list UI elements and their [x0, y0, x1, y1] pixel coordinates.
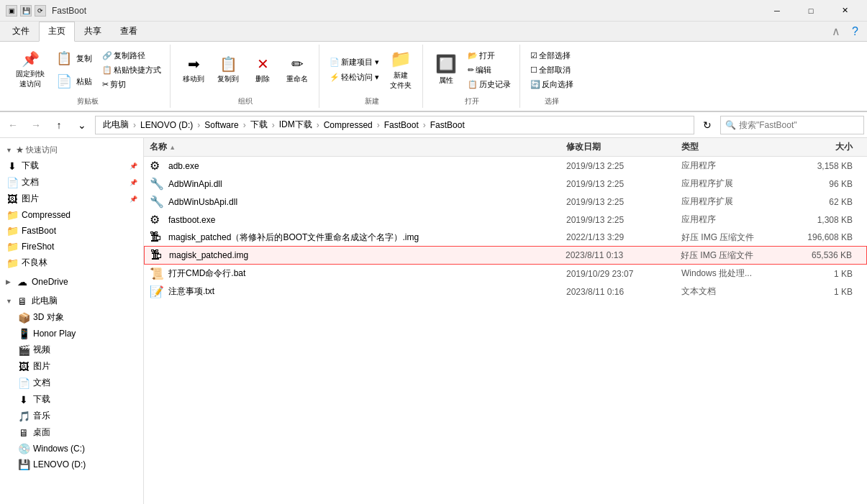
- path-compressed[interactable]: Compressed: [322, 120, 374, 130]
- rename-button[interactable]: ✏ 重命名: [281, 52, 313, 87]
- col-name[interactable]: 名称 ▲: [150, 141, 566, 153]
- copy-to-button[interactable]: 📋 复制到: [212, 52, 244, 87]
- file-row-selected[interactable]: 🗜 magisk_patched.img 2023/8/11 0:13 好压 I…: [144, 246, 867, 265]
- sidebar-quick-access-header[interactable]: ▼ ★ 快速访问: [0, 142, 143, 157]
- sidebar-item-honorplay[interactable]: 📱 Honor Play: [0, 326, 143, 342]
- sidebar-item-fastboot[interactable]: 📁 FastBoot: [0, 223, 143, 239]
- file-row[interactable]: ⚙ fastboot.exe 2019/9/13 2:25 应用程序 1,308…: [144, 211, 867, 229]
- sidebar-item-video[interactable]: 🎬 视频: [0, 342, 143, 358]
- sidebar-item-lenovo-d[interactable]: 💾 LENOVO (D:): [0, 457, 143, 472]
- sidebar-item-pic[interactable]: 🖼 图片: [0, 358, 143, 375]
- sidebar-item-docs[interactable]: 📄 文档: [0, 375, 143, 391]
- file-type-adb: 应用程序: [681, 160, 789, 172]
- sidebar-item-desktop[interactable]: 🖥 桌面: [0, 424, 143, 441]
- invert-select-button[interactable]: 🔄反向选择: [527, 78, 576, 91]
- file-row[interactable]: 🔧 AdbWinUsbApi.dll 2019/9/13 2:25 应用程序扩展…: [144, 193, 867, 211]
- search-box[interactable]: 🔍: [720, 116, 864, 134]
- sidebar-item-documents[interactable]: 📄 文档 📌: [0, 174, 143, 191]
- minimize-button[interactable]: ─: [761, 0, 794, 22]
- copy-icon: 📋: [56, 50, 72, 66]
- sidebar-item-pictures[interactable]: 🖼 图片 📌: [0, 191, 143, 207]
- tab-file[interactable]: 文件: [3, 22, 39, 41]
- clipboard-buttons: 📌 固定到快速访问 📋 复制 📄 粘贴 🔗复制路径 📋粘贴快捷方式: [12, 46, 164, 93]
- properties-button[interactable]: 🔲 属性: [430, 51, 462, 88]
- file-size-txt: 1 KB: [789, 287, 861, 297]
- delete-button[interactable]: ✕ 删除: [247, 52, 278, 87]
- recent-locations-button[interactable]: ⌄: [72, 115, 92, 135]
- sidebar-item-buliang[interactable]: 📁 不良林: [0, 255, 143, 271]
- forward-button[interactable]: →: [26, 115, 46, 135]
- tab-view[interactable]: 查看: [111, 22, 147, 41]
- path-lenovo[interactable]: LENOVO (D:): [139, 120, 194, 130]
- up-button[interactable]: ↑: [49, 115, 69, 135]
- path-fastboot1[interactable]: FastBoot: [383, 120, 420, 130]
- sidebar-item-fireshot[interactable]: 📁 FireShot: [0, 239, 143, 255]
- refresh-button[interactable]: ↻: [697, 115, 717, 135]
- open-label: 打开: [465, 93, 479, 106]
- file-row[interactable]: ⚙ adb.exe 2019/9/13 2:25 应用程序 3,158 KB: [144, 157, 867, 175]
- col-size[interactable]: 大小: [789, 141, 861, 153]
- ribbon-group-new: 📄新建项目 ▾ ⚡轻松访问 ▾ 📁 新建文件夹 新建: [321, 45, 423, 108]
- paste-button[interactable]: 📄 粘贴: [52, 70, 96, 92]
- history-button[interactable]: 📋历史记录: [465, 78, 514, 91]
- sidebar-item-3d[interactable]: 📦 3D 对象: [0, 309, 143, 326]
- open-button[interactable]: 📂打开: [465, 49, 514, 63]
- clipboard-small-btns: 🔗复制路径 📋粘贴快捷方式 ✂剪切: [99, 49, 164, 91]
- search-input[interactable]: [739, 120, 859, 130]
- new-label: 新建: [365, 93, 379, 106]
- file-date-magisk-long: 2022/1/13 3:29: [566, 232, 681, 242]
- tab-share[interactable]: 共享: [75, 22, 111, 41]
- file-name-fastboot: fastboot.exe: [168, 215, 566, 225]
- close-button[interactable]: ✕: [828, 0, 861, 22]
- 3d-icon: 📦: [17, 312, 30, 324]
- col-date[interactable]: 修改日期: [566, 141, 681, 153]
- maximize-button[interactable]: □: [794, 0, 827, 22]
- path-pc[interactable]: 此电脑: [101, 119, 130, 131]
- file-header: 名称 ▲ 修改日期 类型 大小: [144, 138, 867, 157]
- sidebar-item-compressed[interactable]: 📁 Compressed: [0, 207, 143, 223]
- sidebar-item-download[interactable]: ⬇ 下载 📌: [0, 157, 143, 174]
- ribbon-content: 📌 固定到快速访问 📋 复制 📄 粘贴 🔗复制路径 📋粘贴快捷方式: [0, 42, 867, 111]
- file-row[interactable]: 🗜 magisk_patched（将修补后的BOOT文件重命名成这个名字）.im…: [144, 229, 867, 246]
- copy-button[interactable]: 📋 复制: [52, 47, 96, 69]
- deselect-all-icon: ☐: [530, 65, 537, 75]
- back-button[interactable]: ←: [3, 115, 23, 135]
- path-software[interactable]: Software: [203, 120, 240, 130]
- edit-button[interactable]: ✏编辑: [465, 63, 514, 77]
- title-bar: ▣ 💾 ⟳ FastBoot ─ □ ✕: [0, 0, 867, 22]
- path-fastboot2[interactable]: FastBoot: [429, 120, 466, 130]
- address-path[interactable]: 此电脑 › LENOVO (D:) › Software › 下载 › IDM下…: [95, 116, 694, 134]
- col-type[interactable]: 类型: [681, 141, 789, 153]
- sidebar-item-dl[interactable]: ⬇ 下载: [0, 391, 143, 408]
- pin-button[interactable]: 📌 固定到快速访问: [12, 47, 49, 92]
- sidebar-item-onedrive[interactable]: ▶ ☁ OneDrive: [0, 274, 143, 290]
- sidebar-item-thispc-header[interactable]: ▼ 🖥 此电脑: [0, 293, 143, 309]
- select-buttons: ☑全部选择 ☐全部取消 🔄反向选择: [527, 49, 576, 91]
- deselect-all-button[interactable]: ☐全部取消: [527, 63, 576, 77]
- new-item-button[interactable]: 📄新建项目 ▾: [327, 55, 382, 69]
- file-date-txt: 2023/8/11 0:16: [566, 287, 681, 297]
- file-row[interactable]: 📜 打开CMD命令行.bat 2019/10/29 23:07 Windows …: [144, 265, 867, 283]
- file-row[interactable]: 🔧 AdbWinApi.dll 2019/9/13 2:25 应用程序扩展 96…: [144, 175, 867, 193]
- sidebar-item-windows-c[interactable]: 💿 Windows (C:): [0, 441, 143, 457]
- paste-shortcut-button[interactable]: 📋粘贴快捷方式: [99, 63, 164, 77]
- copy-path-button[interactable]: 🔗复制路径: [99, 49, 164, 63]
- file-area: 名称 ▲ 修改日期 类型 大小 ⚙ adb.exe 2019/9/13 2:25…: [144, 138, 867, 504]
- file-date-adbwinusb: 2019/9/13 2:25: [566, 197, 681, 207]
- file-row[interactable]: 📝 注意事项.txt 2023/8/11 0:16 文本文档 1 KB: [144, 283, 867, 301]
- move-to-button[interactable]: ➡ 移动到: [178, 52, 209, 87]
- download-icon: ⬇: [6, 160, 19, 172]
- easy-access-button[interactable]: ⚡轻松访问 ▾: [327, 70, 382, 84]
- select-all-button[interactable]: ☑全部选择: [527, 49, 576, 63]
- file-type-magisk: 好压 IMG 压缩文件: [681, 249, 789, 262]
- tab-home[interactable]: 主页: [39, 22, 75, 42]
- path-download[interactable]: 下载: [249, 119, 269, 131]
- help-button[interactable]: ?: [846, 22, 864, 41]
- cut-button[interactable]: ✂剪切: [99, 78, 164, 91]
- file-name-adb: adb.exe: [168, 161, 566, 171]
- sidebar-item-music[interactable]: 🎵 音乐: [0, 408, 143, 424]
- new-folder-button[interactable]: 📁 新建文件夹: [385, 46, 417, 93]
- ribbon-collapse[interactable]: ∧: [826, 22, 846, 41]
- copy-label: 复制: [76, 53, 92, 64]
- path-idm[interactable]: IDM下载: [278, 119, 314, 131]
